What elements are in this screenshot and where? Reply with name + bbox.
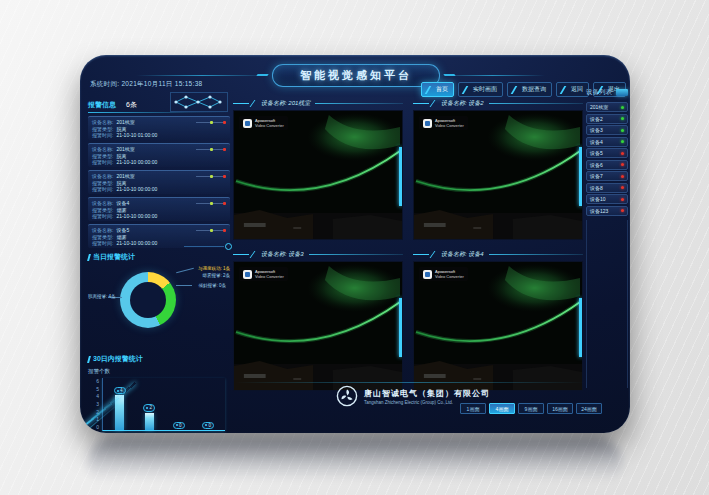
device-item[interactable]: 设备123 — [586, 206, 628, 216]
bar-column: 0与调度联动 — [202, 378, 214, 430]
scrollbar[interactable] — [399, 298, 402, 357]
type-field-label: 报警类型: — [92, 207, 113, 214]
red-marker-icon — [223, 229, 226, 232]
screen-count-label: 9画面 — [525, 406, 538, 412]
device-list-tab[interactable] — [616, 89, 628, 96]
y-axis-tick: 5 — [88, 386, 99, 392]
device-item[interactable]: 设备7 — [586, 171, 628, 181]
alarm-level-indicator — [196, 121, 226, 124]
screen-count-button[interactable]: 4画面 — [489, 403, 515, 414]
alarm-level-indicator — [196, 148, 226, 151]
apowersoft-icon — [423, 270, 432, 279]
time-field-label: 报警时间: — [92, 240, 113, 247]
green-marker-icon — [210, 229, 213, 232]
header-line — [489, 254, 583, 255]
scrollbar[interactable] — [399, 147, 402, 206]
bar — [115, 395, 124, 430]
bar-column: 2烟雾 — [143, 378, 155, 430]
slash-decoration-icon — [430, 251, 441, 258]
screen-count-button[interactable]: 24画面 — [576, 403, 602, 414]
device-item-name: 201线室 — [590, 104, 608, 110]
header-line — [413, 103, 429, 104]
video-scene — [234, 262, 402, 390]
daily-stats-title: 当日报警统计 — [88, 252, 230, 262]
screen-count-label: 4画面 — [496, 406, 509, 412]
green-marker-icon — [210, 121, 213, 124]
video-feed[interactable]: Apowersoft Video Converter — [233, 110, 403, 240]
header-divider-left — [136, 75, 268, 76]
system-time: 系统时间: 2021年10月11日 15:15:38 — [90, 80, 202, 89]
alarm-card[interactable]: 设备名称:201线室 报警类型:脱离 报警时间:21-10-10 00:00:0… — [88, 143, 230, 167]
nav-button[interactable]: 首页 — [421, 82, 454, 97]
video-panel-header: 设备名称: 设备4 — [413, 248, 583, 260]
alarm-card[interactable]: 设备名称:201线室 报警类型:脱离 报警时间:21-10-10 00:00:0… — [88, 170, 230, 194]
device-item[interactable]: 设备10 — [586, 194, 628, 204]
video-feed[interactable]: Apowersoft Video Converter — [233, 261, 403, 391]
scrollbar[interactable] — [579, 298, 582, 357]
y-axis-tick: 3 — [88, 401, 99, 407]
company-logo — [336, 385, 358, 407]
video-device-label: 设备名称: 设备3 — [261, 250, 304, 259]
y-axis-tick: 4 — [88, 393, 99, 399]
alarm-type: 脱离 — [116, 153, 126, 160]
scrollbar[interactable] — [579, 147, 582, 206]
alarm-type: 烟雾 — [116, 234, 126, 241]
alarm-count-badge: 6条 — [126, 100, 137, 110]
device-field-label: 设备名称: — [92, 146, 113, 153]
video-feed[interactable]: Apowersoft Video Converter — [413, 261, 583, 391]
status-dot-icon — [621, 129, 624, 132]
video-panel[interactable]: 设备名称: 设备4 — [413, 248, 583, 391]
device-item[interactable]: 设备4 — [586, 137, 628, 147]
device-item-name: 设备10 — [590, 196, 606, 202]
device-item[interactable]: 设备6 — [586, 160, 628, 170]
red-marker-icon — [223, 202, 226, 205]
device-name: 201线室 — [116, 146, 134, 153]
device-item-name: 设备7 — [590, 173, 603, 179]
header-line — [233, 254, 249, 255]
video-panel[interactable]: 设备名称: 设备2 — [413, 97, 583, 240]
device-name: 201线室 — [116, 173, 134, 180]
slash-decoration-icon — [250, 100, 261, 107]
alarm-card[interactable]: 设备名称:设备5 报警类型:烟雾 报警时间:21-10-10 00:00:00 — [88, 224, 230, 248]
alarm-card[interactable]: 设备名称:设备4 报警类型:烟雾 报警时间:21-10-10 00:00:00 — [88, 197, 230, 221]
device-item[interactable]: 设备3 — [586, 125, 628, 135]
nav-button[interactable]: 返回 — [556, 82, 589, 97]
nav-button[interactable]: 实时画面 — [458, 82, 503, 97]
screen-count-button[interactable]: 16画面 — [547, 403, 573, 414]
alarm-header-underline — [88, 112, 230, 113]
device-item[interactable]: 设备5 — [586, 148, 628, 158]
nav-button[interactable]: 数据查询 — [507, 82, 552, 97]
screen-count-button[interactable]: 9画面 — [518, 403, 544, 414]
dashboard-panel: 系统时间: 2021年10月11日 15:15:38 智能视觉感知平台 首页 实… — [80, 55, 630, 433]
device-item[interactable]: 设备8 — [586, 183, 628, 193]
device-item[interactable]: 设备2 — [586, 114, 628, 124]
video-panel[interactable]: 设备名称: 201线室 — [233, 97, 403, 240]
alarm-title: 报警信息 — [88, 100, 116, 110]
desktop-background: 系统时间: 2021年10月11日 15:15:38 智能视觉感知平台 首页 实… — [0, 0, 709, 495]
header-line — [233, 103, 249, 104]
device-column-frame — [586, 220, 628, 388]
screen-count-label: 16画面 — [552, 406, 568, 412]
video-feed[interactable]: Apowersoft Video Converter — [413, 110, 583, 240]
header-line — [489, 103, 583, 104]
bar-value-badge: 0 — [202, 422, 214, 430]
video-panel-header: 设备名称: 201线室 — [233, 97, 403, 109]
alarm-card[interactable]: 设备名称:201线室 报警类型:脱离 报警时间:21-10-10 01:00:0… — [88, 116, 230, 140]
alarm-header: 报警信息 6条 — [88, 99, 230, 111]
status-dot-icon — [621, 106, 624, 109]
screen-count-button[interactable]: 1画面 — [460, 403, 486, 414]
device-item[interactable]: 201线室 — [586, 102, 628, 112]
donut-legend-smoke: 烟雾报警: 2条 — [202, 273, 230, 278]
type-field-label: 报警类型: — [92, 180, 113, 187]
screen-count-label: 1画面 — [467, 406, 480, 412]
watermark-line2: Video Converter — [255, 274, 284, 279]
alarm-time: 21-10-10 00:00:00 — [116, 240, 157, 247]
watermark-line2: Video Converter — [435, 274, 464, 279]
video-panel[interactable]: 设备名称: 设备3 — [233, 248, 403, 391]
alarm-level-indicator — [196, 175, 226, 178]
y-axis-tick: 6 — [88, 378, 99, 384]
donut-legend-dispatch: 与调度联动: 1条 — [198, 266, 230, 271]
status-dot-icon — [621, 140, 624, 143]
alarm-time: 21-10-10 01:00:00 — [116, 132, 157, 139]
status-dot-icon — [621, 198, 624, 201]
